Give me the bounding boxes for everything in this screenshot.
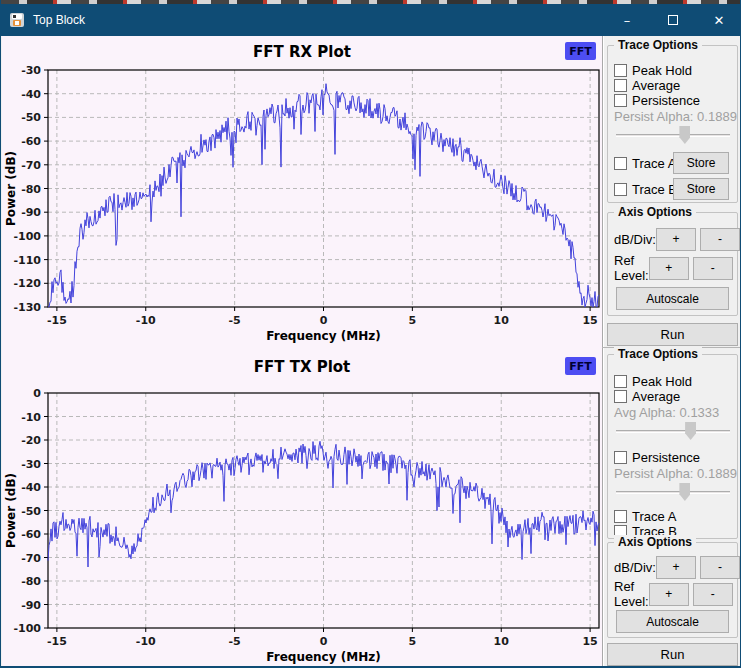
rx-persist-alpha-slider[interactable] bbox=[616, 126, 730, 144]
svg-text:-80: -80 bbox=[21, 575, 41, 588]
maximize-button[interactable] bbox=[650, 4, 696, 36]
svg-text:-5: -5 bbox=[229, 635, 241, 648]
tx-plot-area[interactable]: FFT TX Plot FFT -15-10-50510150-10-20-30… bbox=[2, 347, 602, 666]
rx-plot-area[interactable]: FFT RX Plot FFT -15-10-5051015-30-40-50-… bbox=[2, 36, 602, 347]
rx-persistence-row[interactable]: Persistence bbox=[614, 93, 700, 108]
svg-text:-90: -90 bbox=[21, 599, 41, 612]
tx-run-button[interactable]: Run bbox=[607, 643, 738, 666]
rx-ref-level-row: Ref Level: + - bbox=[614, 256, 731, 280]
svg-text:-110: -110 bbox=[13, 254, 41, 267]
tx-section: FFT TX Plot FFT -15-10-50510150-10-20-30… bbox=[2, 347, 741, 666]
rx-axis-options-group: Axis Options dB/Div: + - Ref Level: + - … bbox=[607, 212, 738, 316]
rx-trace-a-checkbox[interactable] bbox=[614, 157, 627, 170]
tx-avg-alpha-slider[interactable] bbox=[616, 422, 730, 440]
tx-trace-a-checkbox[interactable] bbox=[614, 510, 627, 523]
svg-text:-60: -60 bbox=[21, 135, 41, 148]
tx-db-div-plus-button[interactable]: + bbox=[656, 556, 696, 579]
rx-average-checkbox[interactable] bbox=[614, 79, 627, 92]
rx-trace-options-label: Trace Options bbox=[614, 38, 702, 52]
close-button[interactable]: ✕ bbox=[696, 4, 741, 36]
rx-ref-level-plus-button[interactable]: + bbox=[649, 257, 689, 280]
slider-groove bbox=[616, 491, 730, 494]
tx-trace-options-label: Trace Options bbox=[614, 347, 702, 361]
rx-peak-hold-row[interactable]: Peak Hold bbox=[614, 63, 692, 78]
svg-text:-70: -70 bbox=[21, 552, 41, 565]
rx-trace-a-row[interactable]: Trace A bbox=[614, 156, 676, 171]
maximize-icon bbox=[668, 15, 678, 25]
svg-text:15: 15 bbox=[582, 635, 597, 648]
rx-persist-alpha-label: Persist Alpha: 0.1889 bbox=[614, 109, 737, 124]
rx-db-div-row: dB/Div: + - bbox=[614, 227, 731, 251]
svg-text:-40: -40 bbox=[21, 88, 41, 101]
rx-persistence-checkbox[interactable] bbox=[614, 94, 627, 107]
svg-text:Frequency (MHz): Frequency (MHz) bbox=[266, 650, 380, 664]
svg-text:-120: -120 bbox=[13, 277, 41, 290]
svg-text:5: 5 bbox=[409, 635, 417, 648]
tx-axis-options-label: Axis Options bbox=[614, 535, 696, 549]
svg-text:0: 0 bbox=[320, 635, 328, 648]
tx-peak-hold-checkbox[interactable] bbox=[614, 375, 627, 388]
rx-store-b-button[interactable]: Store bbox=[673, 178, 729, 200]
slider-groove bbox=[616, 134, 730, 137]
tx-average-row[interactable]: Average bbox=[614, 389, 680, 404]
rx-autoscale-button[interactable]: Autoscale bbox=[616, 287, 729, 310]
rx-axis-options-label: Axis Options bbox=[614, 205, 696, 219]
tx-trace-options-group: Trace Options Peak Hold Average Avg Alph… bbox=[607, 354, 738, 539]
svg-text:-60: -60 bbox=[21, 528, 41, 541]
rx-section: FFT RX Plot FFT -15-10-5051015-30-40-50-… bbox=[2, 36, 741, 347]
svg-text:-15: -15 bbox=[47, 314, 67, 327]
tx-plot-canvas[interactable]: -15-10-50510150-10-20-30-40-50-60-70-80-… bbox=[2, 347, 602, 667]
tx-peak-hold-row[interactable]: Peak Hold bbox=[614, 374, 692, 389]
tx-autoscale-button[interactable]: Autoscale bbox=[616, 610, 729, 633]
rx-peak-hold-checkbox[interactable] bbox=[614, 64, 627, 77]
rx-trace-b-row[interactable]: Trace B bbox=[614, 182, 677, 197]
tx-average-checkbox[interactable] bbox=[614, 390, 627, 403]
rx-run-button[interactable]: Run bbox=[607, 323, 738, 346]
rx-db-div-minus-button[interactable]: - bbox=[700, 228, 740, 251]
rx-plot-canvas[interactable]: -15-10-5051015-30-40-50-60-70-80-90-100-… bbox=[2, 36, 602, 347]
rx-control-panel: Trace Options Peak Hold Average Persiste… bbox=[604, 36, 741, 347]
svg-text:-80: -80 bbox=[21, 183, 41, 196]
tx-persist-alpha-label: Persist Alpha: 0.1889 bbox=[614, 466, 737, 481]
rx-ref-level-minus-button[interactable]: - bbox=[693, 257, 733, 280]
svg-text:5: 5 bbox=[409, 314, 417, 327]
svg-text:-70: -70 bbox=[21, 159, 41, 172]
svg-text:-10: -10 bbox=[21, 411, 41, 424]
tx-trace-a-row[interactable]: Trace A bbox=[614, 509, 676, 524]
svg-text:-10: -10 bbox=[136, 635, 156, 648]
rx-average-row[interactable]: Average bbox=[614, 78, 680, 93]
rx-trace-b-checkbox[interactable] bbox=[614, 183, 627, 196]
slider-handle[interactable] bbox=[679, 483, 690, 501]
rx-db-div-plus-button[interactable]: + bbox=[656, 228, 696, 251]
svg-text:10: 10 bbox=[494, 314, 510, 327]
svg-text:-30: -30 bbox=[21, 458, 41, 471]
tx-persistence-checkbox[interactable] bbox=[614, 451, 627, 464]
rx-store-a-button[interactable]: Store bbox=[673, 152, 729, 174]
svg-text:0: 0 bbox=[33, 387, 41, 400]
svg-text:15: 15 bbox=[582, 314, 597, 327]
tx-persistence-row[interactable]: Persistence bbox=[614, 450, 700, 465]
app-icon bbox=[9, 12, 25, 28]
window-title: Top Block bbox=[33, 13, 85, 27]
tx-ref-level-plus-button[interactable]: + bbox=[649, 583, 689, 606]
svg-text:Power (dB): Power (dB) bbox=[4, 473, 18, 548]
svg-text:-50: -50 bbox=[21, 111, 41, 124]
slider-groove bbox=[616, 430, 730, 433]
tx-ref-level-row: Ref Level: + - bbox=[614, 582, 731, 606]
svg-text:0: 0 bbox=[320, 314, 328, 327]
slider-handle[interactable] bbox=[685, 422, 696, 440]
minimize-button[interactable]: – bbox=[604, 4, 650, 36]
tx-db-div-minus-button[interactable]: - bbox=[700, 556, 740, 579]
slider-handle[interactable] bbox=[679, 126, 690, 144]
svg-text:-90: -90 bbox=[21, 206, 41, 219]
tx-ref-level-minus-button[interactable]: - bbox=[693, 583, 733, 606]
tx-db-div-row: dB/Div: + - bbox=[614, 555, 731, 579]
tx-persist-alpha-slider[interactable] bbox=[616, 483, 730, 501]
tx-control-panel: Trace Options Peak Hold Average Avg Alph… bbox=[604, 348, 741, 666]
titlebar[interactable]: Top Block – ✕ bbox=[1, 4, 741, 36]
svg-text:-100: -100 bbox=[13, 230, 41, 243]
tx-avg-alpha-label: Avg Alpha: 0.1333 bbox=[614, 405, 719, 420]
svg-text:-100: -100 bbox=[13, 622, 41, 635]
svg-text:-5: -5 bbox=[229, 314, 241, 327]
svg-text:-50: -50 bbox=[21, 505, 41, 518]
